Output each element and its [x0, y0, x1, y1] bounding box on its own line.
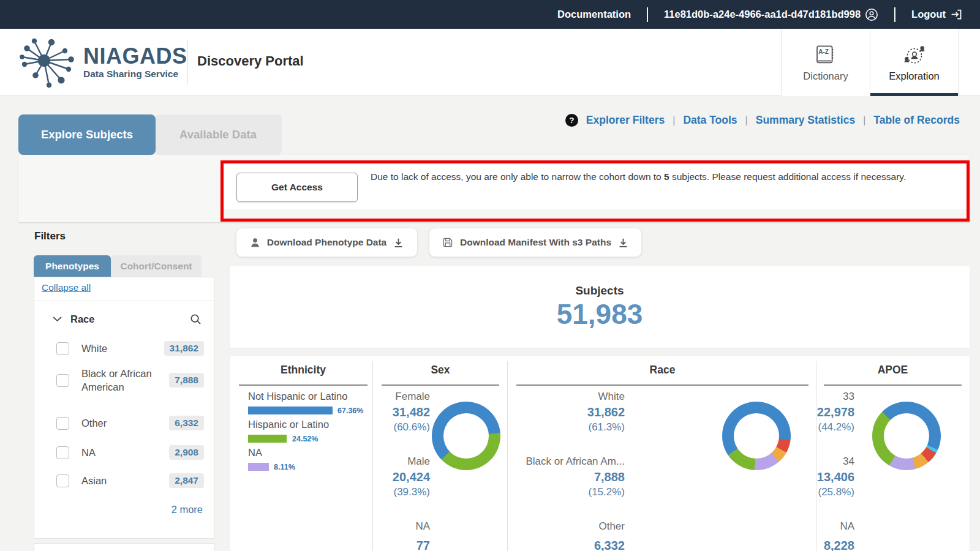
stat-label: 34 — [843, 455, 854, 468]
stat-percent: (44.2%) — [818, 421, 854, 433]
stat-value: 8,228 — [824, 539, 854, 551]
nav-exploration[interactable]: Exploration — [870, 29, 959, 96]
stat-label: NA — [415, 520, 430, 533]
subjects-label: Subjects — [230, 284, 970, 298]
link-data-tools[interactable]: Data Tools — [683, 114, 737, 127]
bar-na[interactable] — [248, 463, 269, 471]
bar-label-na: NA — [248, 447, 262, 459]
user-session-id[interactable]: 11e81d0b-a24e-4966-aa1d-d47d181bd998 — [664, 8, 878, 21]
download-phenotype-data-button[interactable]: Download Phenotype Data — [236, 228, 418, 257]
download-icon — [618, 238, 628, 248]
quick-links: ? Explorer Filters | Data Tools | Summar… — [565, 114, 960, 127]
option-count-badge: 2,847 — [169, 473, 204, 488]
stat-percent: (25.8%) — [818, 486, 854, 498]
documentation-link[interactable]: Documentation — [557, 9, 631, 20]
niagads-logo[interactable]: NIAGADS Data Sharing Service — [17, 35, 187, 90]
network-logo-icon — [17, 35, 80, 90]
stat-percent: (61.3%) — [588, 421, 625, 433]
nav-dictionary-label: Dictionary — [803, 70, 848, 82]
tab-explore-subjects[interactable]: Explore Subjects — [18, 114, 156, 155]
link-separator: | — [673, 115, 675, 126]
charts-panel: Ethnicity Not Hispanic or Latino 67.36% … — [230, 356, 970, 551]
filter-group-race[interactable]: Race — [53, 309, 202, 329]
filter-option-other: Other 6,332 — [56, 416, 204, 430]
race-donut-chart[interactable] — [722, 402, 791, 470]
help-question-icon[interactable]: ? — [565, 114, 578, 127]
search-icon[interactable] — [190, 313, 202, 325]
checkbox-white[interactable] — [56, 342, 69, 355]
filter-option-asian: Asian 2,847 — [56, 473, 204, 488]
user-id-text: 11e81d0b-a24e-4966-aa1d-d47d181bd998 — [664, 9, 861, 20]
bar-not-hispanic[interactable] — [248, 407, 333, 414]
nav-dictionary[interactable]: A-Z Dictionary — [781, 29, 870, 96]
checkbox-na[interactable] — [56, 446, 69, 459]
bar-value-na: 8.11% — [274, 463, 295, 471]
stat-value: 31,862 — [587, 405, 625, 419]
alert-text-prefix: Due to lack of access, you are only able… — [371, 171, 664, 182]
link-table-of-records[interactable]: Table of Records — [873, 114, 960, 127]
apoe-stats: 33 22,978 (44.2%) 34 13,406 (25.8%) NA 8… — [796, 356, 854, 551]
svg-text:A-Z: A-Z — [818, 48, 829, 54]
link-explorer-filters[interactable]: Explorer Filters — [586, 114, 665, 127]
sidebar-divider — [34, 301, 214, 301]
get-access-button[interactable]: Get Access — [236, 173, 358, 202]
exploration-people-icon — [903, 43, 926, 67]
link-separator: | — [863, 115, 865, 126]
logout-label: Logout — [911, 9, 946, 20]
bar-label-hispanic: Hispanic or Latino — [248, 419, 329, 430]
next-filter-panel-partial — [34, 543, 214, 551]
filter-option-black-or-african-american: Black or African American 7,888 — [56, 367, 204, 394]
page-title: Discovery Portal — [197, 53, 304, 69]
option-label: Black or African American — [81, 367, 161, 394]
logout-button[interactable]: Logout — [911, 8, 963, 21]
stat-label: NA — [840, 520, 854, 533]
checkbox-other[interactable] — [56, 417, 69, 430]
stat-value: 6,332 — [594, 539, 625, 551]
tab-available-data[interactable]: Available Data — [154, 114, 282, 155]
bar-value-hispanic: 24.52% — [292, 435, 318, 443]
download-manifest-button[interactable]: Download Manifest With s3 Paths — [429, 228, 642, 257]
filter-tab-cohort-consent[interactable]: Cohort/Consent — [111, 255, 202, 277]
show-more-link[interactable]: 2 more — [172, 504, 203, 515]
access-alert: Get Access Due to lack of access, you ar… — [221, 160, 970, 222]
race-stats: White 31,862 (61.3%) Black or African Am… — [511, 356, 625, 551]
brand-subtitle: Data Sharing Service — [83, 69, 187, 80]
header: NIAGADS Data Sharing Service Discovery P… — [0, 29, 980, 96]
link-summary-statistics[interactable]: Summary Statistics — [756, 114, 855, 127]
apoe-donut-chart[interactable] — [872, 402, 941, 470]
alert-text-suffix: subjects. Please request additional acce… — [669, 171, 907, 182]
stat-label: Male — [407, 455, 430, 468]
user-circle-icon — [865, 8, 878, 21]
filters-panel: Collapse all Race White 31,862 Black or … — [34, 277, 214, 539]
stat-percent: (15.2%) — [588, 486, 625, 498]
option-label: NA — [81, 446, 96, 459]
column-divider — [372, 361, 373, 551]
bar-hispanic[interactable] — [248, 435, 287, 443]
stat-value: 20,424 — [393, 470, 430, 484]
download-phenotype-label: Download Phenotype Data — [267, 237, 387, 248]
option-label: White — [81, 342, 107, 355]
stat-value: 13,406 — [817, 470, 854, 484]
topbar-divider — [647, 7, 648, 22]
header-nav: A-Z Dictionary Exploration — [781, 29, 959, 96]
brand-text: NIAGADS Data Sharing Service — [83, 45, 187, 80]
sex-donut-chart[interactable] — [432, 402, 500, 470]
checkbox-asian[interactable] — [56, 474, 69, 487]
subjects-count: 51,983 — [230, 298, 970, 331]
subjects-summary-panel: Subjects 51,983 — [230, 266, 970, 348]
brand-name: NIAGADS — [83, 45, 187, 67]
checkbox-black-or-african-american[interactable] — [56, 374, 69, 387]
bar-label-not-hispanic: Not Hispanic or Latino — [248, 391, 347, 402]
collapse-all-link[interactable]: Collapse all — [42, 282, 91, 293]
filter-tab-phenotypes[interactable]: Phenotypes — [34, 255, 111, 277]
topbar: Documentation 11e81d0b-a24e-4966-aa1d-d4… — [0, 0, 980, 29]
link-separator: | — [745, 115, 748, 126]
filters-heading: Filters — [34, 230, 66, 242]
chart-title-underline — [239, 384, 368, 386]
option-count-badge: 7,888 — [169, 373, 204, 388]
header-divider — [187, 40, 187, 85]
stat-value: 77 — [417, 539, 430, 551]
nav-exploration-label: Exploration — [889, 70, 940, 82]
stat-value: 31,482 — [393, 405, 430, 419]
alert-bottom-strip — [224, 209, 967, 219]
